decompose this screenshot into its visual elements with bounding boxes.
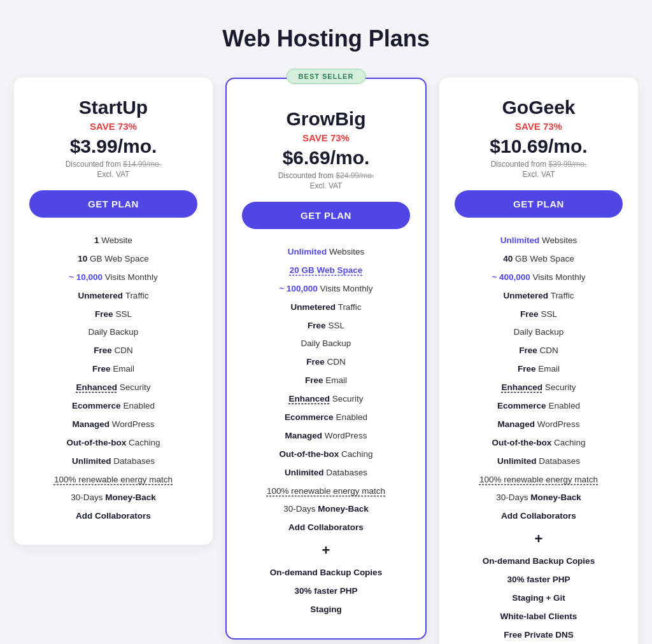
list-item: Ecommerce Enabled — [455, 397, 623, 416]
list-item: Free Private DNS — [455, 626, 623, 644]
page-title: Web Hosting Plans — [222, 25, 429, 52]
list-item: Unlimited Databases — [455, 452, 623, 471]
list-item: Free SSL — [29, 305, 197, 324]
list-item: Add Collaborators — [242, 519, 410, 537]
list-item: Enhanced Security — [29, 379, 197, 397]
plan-card-startup: StartUpSAVE 73%$3.99/mo.Discounted from … — [14, 78, 213, 545]
plus-separator-growbig: + — [242, 537, 410, 564]
list-item: Enhanced Security — [242, 390, 410, 409]
list-item: Unmetered Traffic — [242, 298, 410, 317]
list-item: 30% faster PHP — [242, 582, 410, 601]
discount-info-startup: Discounted from $14.99/mo. — [29, 160, 197, 169]
get-plan-btn-startup[interactable]: GET PLAN — [29, 190, 197, 218]
list-item: White-label Clients — [455, 608, 623, 626]
list-item: On-demand Backup Copies — [242, 564, 410, 582]
features-list-startup: 1 Website10 GB Web Space~ 10,000 Visits … — [29, 232, 197, 526]
list-item: Ecommerce Enabled — [242, 409, 410, 427]
list-item: Daily Backup — [29, 323, 197, 342]
list-item: ~ 400,000 Visits Monthly — [455, 269, 623, 287]
list-item: 30-Days Money-Back — [455, 489, 623, 507]
excl-vat-startup: Excl. VAT — [29, 170, 197, 179]
list-item: ~ 100,000 Visits Monthly — [242, 280, 410, 298]
list-item: Unmetered Traffic — [455, 287, 623, 305]
list-item: Managed WordPress — [455, 416, 623, 434]
list-item: Free CDN — [29, 342, 197, 360]
plan-name-growbig: GrowBig — [242, 108, 410, 130]
price-gogeek: $10.69/mo. — [455, 136, 623, 157]
list-item: 100% renewable energy match — [29, 471, 197, 489]
list-item: Managed WordPress — [242, 427, 410, 445]
list-item: Daily Backup — [242, 335, 410, 353]
list-item: Add Collaborators — [455, 507, 623, 526]
excl-vat-gogeek: Excl. VAT — [455, 170, 623, 179]
list-item: 100% renewable energy match — [455, 471, 623, 489]
price-startup: $3.99/mo. — [29, 136, 197, 157]
list-item: Out-of-the-box Caching — [242, 445, 410, 464]
list-item: Unlimited Websites — [242, 243, 410, 262]
get-plan-btn-gogeek[interactable]: GET PLAN — [455, 190, 623, 218]
list-item: On-demand Backup Copies — [455, 552, 623, 571]
extra-features-list-growbig: On-demand Backup Copies 30% faster PHP S… — [242, 564, 410, 619]
save-badge-growbig: SAVE 73% — [242, 132, 410, 143]
list-item: 1 Website — [29, 232, 197, 250]
list-item: 30-Days Money-Back — [242, 500, 410, 519]
list-item: Free Email — [29, 360, 197, 379]
list-item: 40 GB Web Space — [455, 250, 623, 269]
list-item: Add Collaborators — [29, 507, 197, 526]
plus-separator-gogeek: + — [455, 526, 623, 552]
get-plan-btn-growbig[interactable]: GET PLAN — [242, 202, 410, 229]
excl-vat-growbig: Excl. VAT — [242, 181, 410, 190]
list-item: 30% faster PHP — [455, 571, 623, 589]
list-item: Managed WordPress — [29, 416, 197, 434]
list-item: 100% renewable energy match — [242, 482, 410, 501]
list-item: ~ 10,000 Visits Monthly — [29, 269, 197, 287]
plan-card-growbig: BEST SELLERGrowBigSAVE 73%$6.69/mo.Disco… — [225, 78, 427, 640]
list-item: Free SSL — [455, 305, 623, 324]
list-item: Free Email — [242, 372, 410, 390]
list-item: Daily Backup — [455, 323, 623, 342]
list-item: Enhanced Security — [455, 379, 623, 397]
list-item: Free CDN — [455, 342, 623, 360]
plans-container: StartUpSAVE 73%$3.99/mo.Discounted from … — [14, 78, 638, 644]
list-item: 20 GB Web Space — [242, 262, 410, 280]
save-badge-gogeek: SAVE 73% — [455, 121, 623, 132]
discount-info-growbig: Discounted from $24.99/mo. — [242, 171, 410, 180]
list-item: Out-of-the-box Caching — [29, 434, 197, 452]
list-item: Staging + Git — [455, 589, 623, 608]
list-item: Ecommerce Enabled — [29, 397, 197, 416]
list-item: Unlimited Databases — [29, 452, 197, 471]
list-item: Free CDN — [242, 353, 410, 372]
best-seller-badge: BEST SELLER — [287, 69, 366, 84]
price-growbig: $6.69/mo. — [242, 147, 410, 169]
features-list-growbig: Unlimited Websites20 GB Web Space~ 100,0… — [242, 243, 410, 537]
list-item: Unmetered Traffic — [29, 287, 197, 305]
extra-features-list-gogeek: On-demand Backup Copies 30% faster PHP S… — [455, 552, 623, 644]
plan-card-gogeek: GoGeekSAVE 73%$10.69/mo.Discounted from … — [439, 78, 638, 644]
list-item: Unlimited Websites — [455, 232, 623, 250]
list-item: Unlimited Databases — [242, 464, 410, 482]
features-list-gogeek: Unlimited Websites40 GB Web Space~ 400,0… — [455, 232, 623, 526]
list-item: Free SSL — [242, 317, 410, 335]
list-item: 30-Days Money-Back — [29, 489, 197, 507]
discount-info-gogeek: Discounted from $39.99/mo. — [455, 160, 623, 169]
list-item: Staging — [242, 601, 410, 619]
save-badge-startup: SAVE 73% — [29, 121, 197, 132]
list-item: Out-of-the-box Caching — [455, 434, 623, 452]
list-item: Free Email — [455, 360, 623, 379]
list-item: 10 GB Web Space — [29, 250, 197, 269]
plan-name-startup: StartUp — [29, 97, 197, 118]
plan-name-gogeek: GoGeek — [455, 97, 623, 118]
